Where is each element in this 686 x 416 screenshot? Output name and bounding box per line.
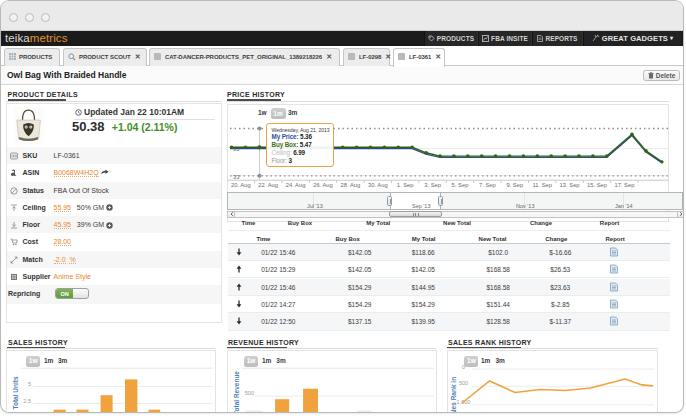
svg-text:3. Sep: 3. Sep xyxy=(424,182,441,188)
svg-text:1. Sep: 1. Sep xyxy=(397,182,414,188)
svg-text:11. Sep: 11. Sep xyxy=(532,182,552,188)
svg-text:24. Aug: 24. Aug xyxy=(286,182,306,188)
svg-text:26. Aug: 26. Aug xyxy=(313,182,333,188)
svg-text:13. Sep: 13. Sep xyxy=(560,182,580,188)
svg-text:7. Sep: 7. Sep xyxy=(479,182,496,188)
svg-text:5: 5 xyxy=(28,381,31,387)
svg-text:28. Aug: 28. Aug xyxy=(341,182,361,188)
svg-text:500: 500 xyxy=(245,390,254,396)
svg-text:22. Aug: 22. Aug xyxy=(258,182,278,188)
svg-text:15. Sep: 15. Sep xyxy=(587,182,607,188)
svg-text:17. Sep: 17. Sep xyxy=(614,182,634,188)
svg-text:2.5: 2.5 xyxy=(23,398,31,404)
svg-text:33: 33 xyxy=(233,174,239,180)
svg-text:Total Units: Total Units xyxy=(12,376,19,409)
svg-text:20. Aug: 20. Aug xyxy=(231,182,251,188)
svg-text:9. Sep: 9. Sep xyxy=(506,182,523,188)
svg-text:5. Sep: 5. Sep xyxy=(452,182,469,188)
svg-text:500: 500 xyxy=(459,380,468,386)
svg-text:Sales Rank in: Sales Rank in xyxy=(450,377,457,412)
svg-text:30. Aug: 30. Aug xyxy=(368,182,388,188)
svg-text:Total Revenue: Total Revenue xyxy=(233,371,240,412)
